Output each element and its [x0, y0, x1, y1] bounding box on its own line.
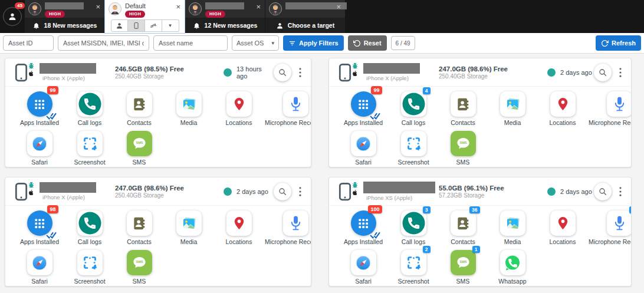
feature-label: Contacts: [127, 238, 151, 245]
refresh-label: Refresh: [612, 39, 636, 47]
apple-logo-icon: [352, 70, 358, 77]
online-status-dot: [224, 68, 232, 77]
feature-calls[interactable]: 4Call logs: [389, 91, 438, 126]
more-menu-button[interactable]: [298, 186, 303, 197]
priority-badge: HIGH: [45, 11, 65, 18]
feature-sms[interactable]: SMSSMS: [438, 131, 488, 166]
smartphone-view-button[interactable]: [128, 19, 145, 32]
feature-media[interactable]: Media: [488, 210, 537, 245]
contacts-tile: [127, 91, 152, 117]
reset-button[interactable]: Reset: [348, 35, 387, 51]
search-button[interactable]: [594, 183, 612, 200]
feature-safari[interactable]: Safari: [337, 250, 389, 285]
feature-locations[interactable]: Locations: [213, 91, 265, 126]
locations-tile: [226, 210, 252, 236]
feature-sms[interactable]: SMS1SMS: [438, 250, 488, 285]
feature-safari[interactable]: Safari: [337, 131, 389, 166]
more-menu-button[interactable]: [618, 186, 623, 197]
bell-icon: [193, 22, 201, 29]
feature-label: Media: [180, 238, 198, 245]
feature-contacts[interactable]: 36Contacts: [438, 210, 488, 245]
screenshot-tile: 2: [401, 250, 426, 275]
sms-tile: SMS: [127, 131, 152, 156]
feature-screenshot[interactable]: Screenshot: [65, 131, 114, 166]
feature-label: SMS: [456, 159, 470, 166]
asset-card-header: iPhone X (Apple) 247.0GB (98.6%) Free 25…: [329, 58, 631, 87]
tab-title: Default: [125, 2, 181, 9]
more-menu-button[interactable]: [618, 67, 623, 78]
asset-cards-grid: iPhone X (Apple) 246.5GB (98.5%) Free 25…: [0, 54, 644, 293]
feature-safari[interactable]: Safari: [14, 131, 65, 166]
caret-down-icon: ▾: [271, 40, 274, 46]
feature-locations[interactable]: Locations: [537, 210, 589, 245]
new-messages-bar[interactable]: 12 New messages: [185, 18, 265, 33]
feature-mic[interactable]: Microphone Recording: [265, 91, 311, 126]
feature-screenshot[interactable]: 2Screenshot: [389, 250, 438, 285]
new-messages-text: 18 New messages: [44, 22, 97, 29]
feature-sms[interactable]: SMSSMS: [114, 131, 165, 166]
target-tab-1[interactable]: HIGH × 18 New messages: [25, 0, 104, 33]
asset-identity: iPhone X (Apple): [40, 63, 115, 81]
vertical-dots-icon: [299, 187, 301, 196]
person-view-button[interactable]: [111, 19, 128, 32]
feature-label: Locations: [550, 238, 576, 245]
default-tab[interactable]: Default HIGH × ▾: [105, 0, 185, 33]
feature-contacts[interactable]: Contacts: [114, 210, 165, 245]
feature-apps[interactable]: 100Apps Installed: [337, 210, 389, 245]
feature-safari[interactable]: Safari: [14, 250, 65, 285]
close-icon[interactable]: ×: [256, 3, 261, 11]
feature-contacts[interactable]: Contacts: [438, 91, 488, 126]
feature-locations[interactable]: Locations: [213, 210, 265, 245]
feature-calls[interactable]: 3Call logs: [389, 210, 438, 245]
search-button[interactable]: [274, 64, 291, 81]
new-messages-bar[interactable]: 18 New messages: [25, 18, 104, 33]
feature-calls[interactable]: Call logs: [65, 91, 114, 126]
media-image-icon: [505, 215, 521, 231]
close-icon[interactable]: ×: [96, 3, 100, 11]
feature-sms[interactable]: SMSSMS: [114, 250, 165, 285]
microphone-icon: [288, 215, 303, 231]
safari-compass-icon: [31, 136, 48, 152]
feature-contacts[interactable]: Contacts: [114, 91, 165, 126]
refresh-button[interactable]: Refresh: [596, 35, 641, 51]
feature-mic[interactable]: Microphone Recording: [265, 210, 311, 245]
feature-media[interactable]: Media: [165, 210, 213, 245]
caret-down-icon[interactable]: ▾: [162, 19, 179, 32]
feature-whatsapp[interactable]: Whatsapp: [488, 250, 537, 285]
targets-home-button[interactable]: 45: [0, 0, 25, 33]
feature-apps[interactable]: 99Apps Installed: [14, 91, 65, 126]
phone-call-icon: [401, 210, 426, 236]
feature-locations[interactable]: Locations: [537, 91, 589, 126]
calls-tile: 4: [401, 91, 426, 117]
feature-mic[interactable]: 5Microphone Recording: [589, 210, 632, 245]
target-tab-3[interactable]: HIGH × 12 New messages: [185, 0, 265, 33]
person-icon: [276, 22, 284, 29]
installed-check-icon: [370, 232, 382, 239]
feature-media[interactable]: Media: [165, 91, 213, 126]
feature-label: Screenshot: [74, 278, 105, 285]
feature-mic[interactable]: Microphone Recording: [589, 91, 632, 126]
feature-apps[interactable]: 98Apps Installed: [14, 210, 65, 245]
feature-grid: 98Apps InstalledCall logsContactsMediaLo…: [5, 206, 311, 285]
feature-screenshot[interactable]: Screenshot: [65, 250, 114, 285]
close-icon[interactable]: ×: [336, 3, 341, 11]
feature-apps[interactable]: 99Apps Installed: [337, 91, 389, 126]
choose-target-bar[interactable]: Choose a target: [265, 18, 345, 33]
feature-calls[interactable]: Call logs: [65, 210, 114, 245]
feature-media[interactable]: Media: [488, 91, 537, 126]
feature-screenshot[interactable]: Screenshot: [389, 131, 438, 166]
locations-tile: [550, 210, 576, 236]
usb-view-button[interactable]: [145, 19, 162, 32]
asset-os-select[interactable]: Asset OS ▾: [232, 35, 279, 51]
close-icon[interactable]: ×: [176, 3, 180, 11]
refresh-icon: [601, 39, 609, 47]
asset-id-input[interactable]: [3, 35, 54, 51]
search-button[interactable]: [274, 183, 291, 200]
search-button[interactable]: [594, 64, 612, 81]
asset-msisdn-input[interactable]: [58, 35, 149, 51]
app-grid-icon: [356, 97, 371, 112]
target-tab-4[interactable]: × Choose a target: [265, 0, 345, 33]
apply-filters-button[interactable]: Apply Filters: [283, 35, 344, 51]
more-menu-button[interactable]: [298, 67, 303, 78]
asset-name-input[interactable]: [153, 35, 228, 51]
